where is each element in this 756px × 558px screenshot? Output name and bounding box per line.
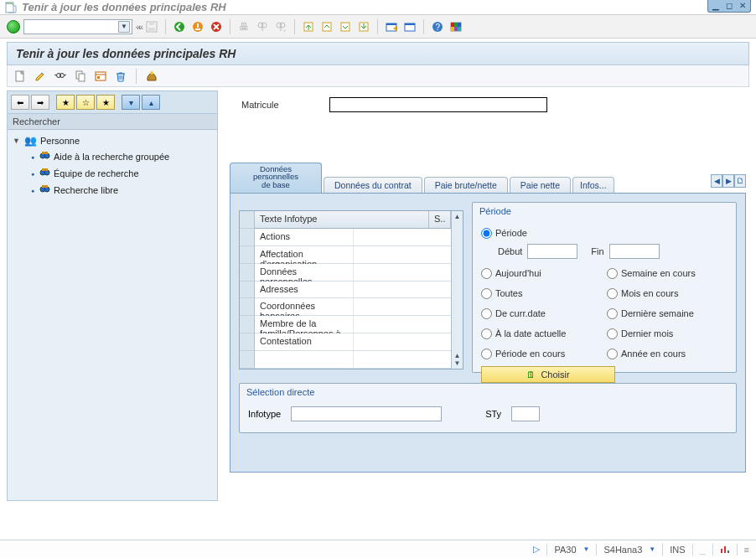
radio-mois[interactable]: Mois en cours <box>607 284 733 302</box>
tab-donnees-contrat[interactable]: Données du contrat <box>324 177 422 194</box>
row-header-column <box>240 211 255 369</box>
table-row[interactable]: Membre de la famille/Personnes à charge <box>255 316 451 333</box>
radio-periode-input[interactable] <box>481 228 492 239</box>
dropdown-icon[interactable]: ▼ <box>118 21 130 33</box>
dropdown-icon[interactable]: ▼ <box>583 545 590 553</box>
first-page-icon[interactable] <box>301 19 316 34</box>
binoculars-icon <box>39 183 50 197</box>
svg-rect-57 <box>721 549 722 553</box>
table-row[interactable]: Coordonnées bancaires <box>255 298 451 316</box>
table-row[interactable] <box>255 351 451 369</box>
tree-root-personne[interactable]: ▼ 👥 Personne <box>8 133 217 148</box>
new-session-icon[interactable]: ✚ <box>384 19 399 34</box>
maximize-button[interactable]: ◻ <box>722 0 736 11</box>
tab-paie-brute[interactable]: Paie brute/nette <box>424 177 508 194</box>
enter-icon[interactable] <box>7 20 20 34</box>
tree-child[interactable]: ● Équipe de recherche <box>8 165 217 182</box>
fav-button[interactable]: ☆ <box>76 95 95 110</box>
collapse-button[interactable]: ▴ <box>142 95 160 110</box>
close-button[interactable]: ✕ <box>736 0 749 11</box>
table-header: Texte Infotype S.. <box>255 211 451 229</box>
tab-scroll-right[interactable]: ▶ <box>722 174 734 188</box>
sty-input[interactable] <box>511 406 540 421</box>
tab-infos[interactable]: Infos... <box>572 177 614 194</box>
table-row[interactable]: Affectation d'organisation <box>255 246 451 264</box>
tab-label: Infos... <box>580 180 607 190</box>
nav-forward-button[interactable]: ➡ <box>31 95 49 110</box>
col-status[interactable]: S.. <box>429 211 451 228</box>
minimize-button[interactable]: ▁ <box>709 0 722 11</box>
radio-aujourdhui[interactable]: Aujourd'hui <box>481 264 607 282</box>
radio-dateact[interactable]: À la date actuelle <box>481 324 607 343</box>
help-icon[interactable]: ? <box>430 19 445 34</box>
tree-child[interactable]: ● Aide à la recherche groupée <box>8 148 217 165</box>
dropdown-icon[interactable]: ▼ <box>649 545 655 553</box>
status-chart-icon[interactable] <box>720 544 730 555</box>
tab-list-button[interactable]: 🗋 <box>734 174 746 188</box>
display-icon[interactable] <box>53 69 68 84</box>
choose-button[interactable]: 🗓 Choisir <box>481 366 615 383</box>
fin-input[interactable] <box>609 244 660 259</box>
print-icon[interactable]: 🖶 <box>236 19 251 34</box>
save-icon[interactable] <box>144 19 159 34</box>
col-texte-infotype[interactable]: Texte Infotype <box>255 211 429 228</box>
tab-paie-nette[interactable]: Paie nette <box>510 177 571 194</box>
scroll-down-icon[interactable]: ▼ <box>454 359 461 367</box>
find-next-icon[interactable]: + <box>273 19 288 34</box>
edit-icon[interactable] <box>33 69 48 84</box>
copy-icon[interactable] <box>73 69 88 84</box>
tree-child[interactable]: ● Recherche libre <box>8 182 217 199</box>
radio-toutes[interactable]: Toutes <box>481 284 607 302</box>
tab-scroll-left[interactable]: ◀ <box>711 174 722 188</box>
status-settings-icon[interactable]: ≡ <box>744 545 749 555</box>
exit-icon[interactable] <box>190 19 205 34</box>
radio-dernsem[interactable]: Dernière semaine <box>607 304 733 323</box>
next-page-icon[interactable] <box>338 19 353 34</box>
matricule-input[interactable] <box>329 97 547 112</box>
last-page-icon[interactable] <box>356 19 371 34</box>
cancel-icon[interactable] <box>209 19 224 34</box>
cell: Membre de la famille/Personnes à charge <box>255 316 354 333</box>
create-icon[interactable] <box>13 69 28 84</box>
radio-periode[interactable]: Période <box>481 224 728 242</box>
radio-currdate[interactable]: De curr.date <box>481 304 607 323</box>
prev-page-icon[interactable] <box>319 19 334 34</box>
scroll-up-icon[interactable]: ▲ <box>454 213 461 220</box>
radio-dernmois[interactable]: Dernier mois <box>607 324 733 343</box>
find-icon[interactable] <box>255 19 270 34</box>
vertical-scrollbar[interactable]: ▲ ▲ ▼ <box>451 211 463 369</box>
command-field[interactable]: ▼ <box>23 19 132 34</box>
status-nav-icon[interactable]: ▷ <box>533 544 540 555</box>
infotype-input[interactable] <box>291 406 442 421</box>
tab-donnees-base[interactable]: Données personnelles de base <box>230 163 322 194</box>
svg-text:✚: ✚ <box>393 25 397 33</box>
collapse-toggle-icon[interactable]: ▼ <box>13 137 21 145</box>
svg-rect-22 <box>405 23 415 25</box>
main-toolbar: ▼ «« 🖶 + ✚ ? <box>0 15 756 39</box>
delete-icon[interactable] <box>113 69 128 84</box>
nav-back-button[interactable]: ⬅ <box>11 95 29 110</box>
scroll-up2-icon[interactable]: ▲ <box>454 352 461 359</box>
table-row[interactable]: Contestation <box>255 333 451 351</box>
table-row[interactable]: Données personnelles <box>255 264 451 282</box>
radio-percours[interactable]: Période en cours <box>481 344 607 363</box>
table-row[interactable]: Actions <box>255 229 451 246</box>
layout-icon[interactable] <box>402 19 417 34</box>
radio-semaine[interactable]: Semaine en cours <box>607 264 733 282</box>
overview-icon[interactable] <box>144 69 159 84</box>
fav-add-button[interactable]: ★ <box>56 95 75 110</box>
right-panel: Matricule Données personnelles de base D… <box>221 90 749 501</box>
collapse-icon[interactable]: «« <box>136 22 141 32</box>
expand-button[interactable]: ▾ <box>122 95 140 110</box>
fav-del-button[interactable]: ★ <box>96 95 115 110</box>
svg-rect-29 <box>451 27 454 31</box>
delimit-icon[interactable] <box>93 69 108 84</box>
cell <box>255 351 354 368</box>
infotype-label: Infotype <box>248 409 281 419</box>
customize-icon[interactable] <box>448 19 463 34</box>
debut-input[interactable] <box>527 244 577 259</box>
radio-annee[interactable]: Année en cours <box>607 344 733 363</box>
bullet-icon: ● <box>31 171 36 176</box>
table-row[interactable]: Adresses <box>255 282 451 299</box>
back-icon[interactable] <box>172 19 187 34</box>
